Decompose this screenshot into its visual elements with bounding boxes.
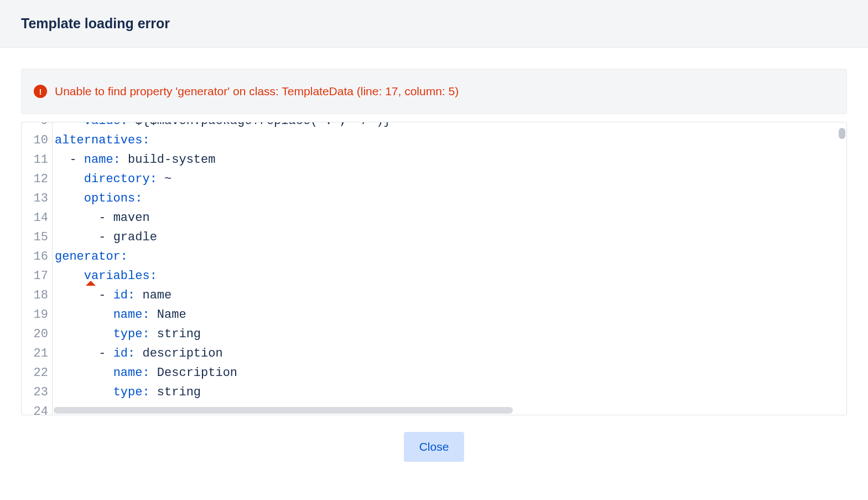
line-number: 13: [22, 189, 53, 208]
code-line[interactable]: 13 options:: [22, 189, 846, 208]
line-number: 12: [22, 169, 53, 189]
line-number: 14: [22, 208, 53, 228]
line-content[interactable]: - id: name: [53, 286, 171, 305]
code-line[interactable]: 23 type: string: [22, 383, 846, 402]
code-line[interactable]: 15 - gradle: [22, 228, 846, 247]
line-number: 17: [22, 266, 53, 286]
code-line[interactable]: 14 - maven: [22, 208, 846, 228]
error-message: Unable to find property 'generator' on c…: [55, 85, 459, 98]
line-content[interactable]: type: string: [53, 383, 201, 402]
code-line[interactable]: 16generator:: [22, 247, 846, 266]
dialog-header: Template loading error: [0, 0, 868, 48]
line-number: 11: [22, 150, 53, 169]
line-content[interactable]: - maven: [53, 208, 150, 228]
line-number: 23: [22, 383, 53, 402]
code-line[interactable]: 20 type: string: [22, 324, 846, 344]
code-line[interactable]: 19 name: Name: [22, 305, 846, 324]
line-content[interactable]: generator:: [53, 247, 128, 266]
code-line[interactable]: 18 - id: name: [22, 286, 846, 305]
error-panel: ! Unable to find property 'generator' on…: [21, 69, 847, 114]
error-marker-icon: [86, 281, 96, 286]
line-content[interactable]: variables:: [53, 266, 157, 286]
code-line[interactable]: 9 value: ${$maven.package!replace( . , /…: [22, 122, 846, 131]
line-number: 24: [22, 402, 53, 415]
line-number: 22: [22, 363, 53, 383]
vertical-scrollbar[interactable]: [839, 128, 845, 139]
line-content[interactable]: directory: ~: [53, 169, 171, 189]
error-icon: !: [34, 85, 47, 98]
line-number: 10: [22, 131, 53, 150]
horizontal-scrollbar[interactable]: [54, 407, 513, 414]
line-content[interactable]: type: string: [53, 324, 201, 344]
dialog-footer: Close: [21, 432, 847, 462]
dialog-content: ! Unable to find property 'generator' on…: [0, 48, 868, 483]
code-line[interactable]: 11 - name: build-system: [22, 150, 846, 169]
line-content[interactable]: value: ${$maven.package!replace( . , / )…: [53, 122, 391, 131]
dialog-title: Template loading error: [21, 16, 847, 32]
line-content[interactable]: name: Description: [53, 363, 237, 383]
line-content[interactable]: options:: [53, 189, 142, 208]
line-number: 21: [22, 344, 53, 363]
code-line[interactable]: 22 name: Description: [22, 363, 846, 383]
line-number: 16: [22, 247, 53, 266]
code-line[interactable]: 10alternatives:: [22, 131, 846, 150]
line-number: 20: [22, 324, 53, 344]
code-line[interactable]: 12 directory: ~: [22, 169, 846, 189]
line-number: 15: [22, 228, 53, 247]
line-number: 18: [22, 286, 53, 305]
code-line[interactable]: 17 variables:: [22, 266, 846, 286]
line-content[interactable]: - gradle: [53, 228, 157, 247]
close-button[interactable]: Close: [404, 432, 465, 462]
line-content[interactable]: name: Name: [53, 305, 186, 324]
line-number: 9: [22, 122, 53, 131]
line-content[interactable]: - id: description: [53, 344, 223, 363]
line-content[interactable]: alternatives:: [53, 131, 150, 150]
code-line[interactable]: 21 - id: description: [22, 344, 846, 363]
line-number: 19: [22, 305, 53, 324]
line-content[interactable]: - name: build-system: [53, 150, 215, 169]
code-editor[interactable]: 9 value: ${$maven.package!replace( . , /…: [21, 122, 847, 415]
